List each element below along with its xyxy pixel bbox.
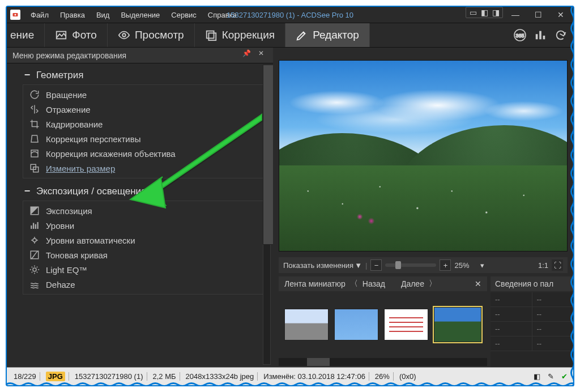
thumbnail-selected[interactable] bbox=[434, 307, 481, 342]
back-icon[interactable]: 〈 bbox=[350, 279, 358, 289]
tool-resize[interactable]: Изменить размер bbox=[23, 161, 267, 176]
zoom-in-button[interactable]: + bbox=[440, 259, 451, 271]
menu-file[interactable]: Файл bbox=[25, 11, 54, 19]
panel-close-icon[interactable]: ✕ bbox=[255, 49, 267, 62]
svg-rect-18 bbox=[33, 223, 34, 229]
panel-header: Меню режима редактирования 📌 ✕ bbox=[7, 48, 273, 63]
group-exposure: − Экспозиция / освещение Экспозиция Уров… bbox=[23, 183, 267, 295]
next-icon[interactable]: 〉 bbox=[429, 279, 437, 289]
menu-tools[interactable]: Сервис bbox=[165, 11, 202, 19]
tool-flip[interactable]: Отражение bbox=[23, 102, 267, 117]
status-ok-icon[interactable]: ✔ bbox=[558, 371, 570, 382]
perspective-icon bbox=[29, 133, 40, 144]
image-canvas[interactable] bbox=[279, 60, 568, 252]
status-bar: 18/229 JPG 15327130271980 (1) 2,2 МБ 204… bbox=[7, 367, 573, 385]
info-panel-header: Сведения о пал bbox=[491, 276, 573, 291]
lighteq-icon bbox=[29, 264, 40, 275]
levels-icon bbox=[29, 220, 40, 231]
zoom-out-button[interactable]: − bbox=[370, 259, 382, 271]
menu-edit[interactable]: Правка bbox=[54, 11, 91, 19]
filmstrip-title: Лента миниатюр bbox=[284, 279, 346, 288]
tool-dehaze[interactable]: Dehaze bbox=[23, 277, 267, 292]
365-icon[interactable]: 365 bbox=[512, 27, 528, 43]
zoom-fit-button[interactable]: ⛶ bbox=[552, 259, 563, 271]
tab-manage[interactable]: ение bbox=[7, 23, 45, 47]
status-dims: 2048x1333x24b jpeg bbox=[182, 372, 258, 381]
group-exposure-header[interactable]: − Экспозиция / освещение bbox=[23, 183, 267, 201]
minimize-button[interactable]: — bbox=[505, 9, 526, 20]
info-panel-title: Сведения о пал bbox=[495, 279, 553, 288]
tool-rotate[interactable]: Вращение bbox=[23, 87, 267, 102]
group-geometry-header[interactable]: − Геометрия bbox=[23, 67, 267, 84]
tool-lens[interactable]: Коррекция искажения объектива bbox=[23, 146, 267, 161]
maximize-button[interactable]: ☐ bbox=[528, 9, 548, 20]
panel-scrollbar[interactable] bbox=[263, 65, 271, 365]
svg-point-3 bbox=[122, 33, 126, 37]
tool-exposure[interactable]: Экспозиция bbox=[23, 203, 267, 218]
app-logo bbox=[10, 10, 20, 20]
svg-rect-5 bbox=[208, 33, 216, 40]
tab-develop-label: Коррекция bbox=[222, 29, 275, 41]
zoom-actual-button[interactable]: 1:1 bbox=[538, 261, 548, 270]
eye-icon bbox=[118, 29, 130, 41]
svg-rect-20 bbox=[37, 222, 39, 229]
tool-autolevels[interactable]: Уровни автоматически bbox=[23, 233, 267, 248]
lens-icon bbox=[29, 148, 40, 159]
exposure-icon bbox=[29, 205, 40, 216]
menu-select[interactable]: Выделение bbox=[115, 11, 165, 19]
edit-panel: Меню режима редактирования 📌 ✕ − Геометр… bbox=[7, 48, 273, 367]
show-changes-dropdown[interactable]: Показать изменения ▼ bbox=[283, 261, 362, 270]
filmstrip-close-icon[interactable]: ✕ bbox=[475, 279, 481, 288]
thumbnail[interactable] bbox=[334, 309, 378, 340]
tab-photo[interactable]: Фото bbox=[45, 23, 108, 47]
sync-icon[interactable] bbox=[553, 27, 569, 43]
svg-point-1 bbox=[15, 14, 16, 16]
thumbnail[interactable] bbox=[284, 309, 329, 340]
sliders-icon bbox=[205, 29, 218, 41]
collapse-icon: − bbox=[23, 69, 32, 81]
info-panel: ---- ---- ---- ---- bbox=[491, 292, 573, 367]
tool-crop[interactable]: Кадрирование bbox=[23, 117, 267, 131]
window-layout-buttons[interactable]: ▭◧◨ bbox=[466, 7, 503, 18]
pin-icon[interactable]: 📌 bbox=[240, 49, 253, 62]
svg-rect-8 bbox=[536, 34, 538, 39]
svg-rect-19 bbox=[35, 224, 36, 229]
close-button[interactable]: ✕ bbox=[551, 9, 571, 20]
filmstrip-back-label: Назад bbox=[362, 279, 385, 288]
tab-view-label: Просмотр bbox=[135, 29, 184, 41]
tab-photo-label: Фото bbox=[72, 29, 97, 41]
tool-curve[interactable]: Тоновая кривая bbox=[23, 248, 267, 262]
svg-rect-10 bbox=[543, 36, 545, 39]
svg-text:365: 365 bbox=[515, 33, 524, 39]
dehaze-icon bbox=[29, 279, 40, 290]
tool-perspective[interactable]: Коррекция перспективы bbox=[23, 131, 267, 146]
svg-rect-17 bbox=[31, 225, 32, 229]
zoom-percent: 25% bbox=[454, 261, 477, 270]
filmstrip bbox=[279, 292, 487, 357]
svg-rect-9 bbox=[539, 31, 541, 40]
mode-tabs: ение Фото Просмотр Коррекция Редактор 36… bbox=[7, 23, 573, 48]
status-edit-icon[interactable]: ✎ bbox=[545, 371, 556, 382]
rotate-icon bbox=[29, 89, 40, 100]
status-mode-icon[interactable]: ◧ bbox=[531, 371, 543, 382]
tab-edit-label: Редактор bbox=[313, 29, 359, 41]
filmstrip-scrollbar[interactable] bbox=[279, 358, 487, 366]
tab-edit[interactable]: Редактор bbox=[285, 23, 370, 47]
tool-lighteq[interactable]: Light EQ™ bbox=[23, 262, 267, 277]
dashboard-icon[interactable] bbox=[532, 27, 548, 43]
tool-levels[interactable]: Уровни bbox=[23, 218, 267, 233]
status-size: 2,2 МБ bbox=[150, 372, 180, 381]
curve-icon bbox=[29, 249, 40, 261]
resize-icon bbox=[29, 163, 40, 174]
status-format-badge: JPG bbox=[46, 372, 65, 381]
zoom-slider[interactable] bbox=[385, 263, 436, 267]
photo-icon bbox=[55, 29, 67, 41]
tab-develop[interactable]: Коррекция bbox=[195, 23, 285, 47]
tab-view[interactable]: Просмотр bbox=[108, 23, 195, 47]
svg-rect-13 bbox=[31, 150, 38, 157]
zoom-dropdown-icon[interactable]: ▾ bbox=[480, 261, 484, 270]
thumbnail[interactable] bbox=[384, 309, 428, 340]
chevron-down-icon: ▼ bbox=[355, 261, 362, 270]
menu-view[interactable]: Вид bbox=[91, 11, 116, 19]
svg-marker-12 bbox=[31, 135, 38, 142]
